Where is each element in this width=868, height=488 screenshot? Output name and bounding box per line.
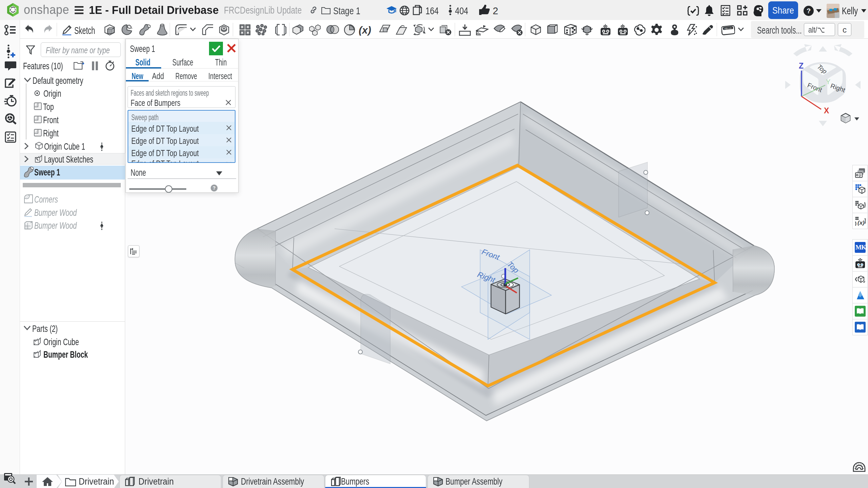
svg-text:X: X — [824, 106, 829, 115]
svg-text:Y: Y — [826, 78, 830, 86]
svg-text:(x): (x) — [857, 220, 865, 226]
svg-text:?: ? — [807, 7, 811, 15]
svg-text:?: ? — [213, 185, 216, 191]
svg-text:Z: Z — [799, 61, 804, 70]
